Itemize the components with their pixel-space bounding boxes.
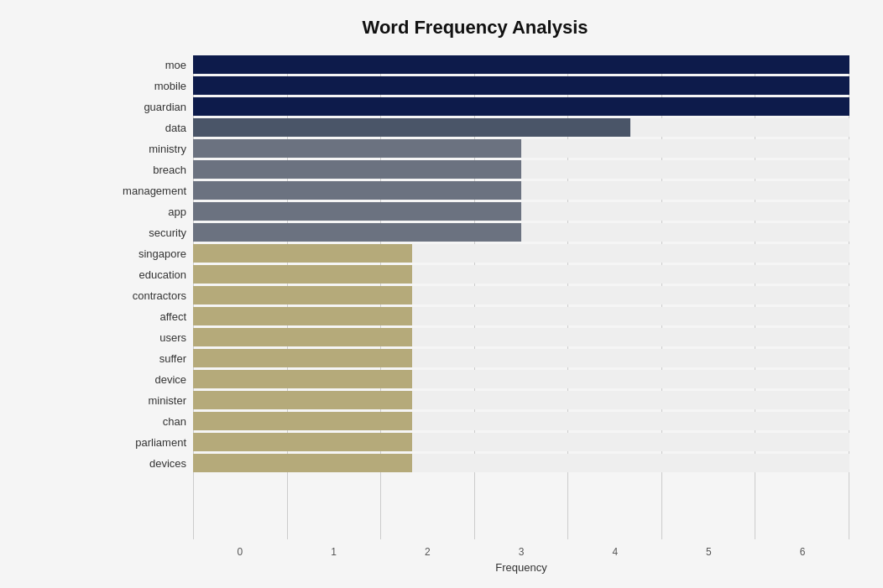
bar-row: users	[101, 328, 849, 346]
bar-track	[193, 55, 849, 74]
bar-row: management	[101, 181, 849, 200]
x-tick: 3	[474, 546, 568, 558]
x-tick: 4	[568, 546, 662, 558]
bar-row: suffer	[101, 349, 849, 367]
bar-fill	[193, 349, 412, 367]
bar-track	[193, 223, 849, 242]
bar-row: data	[101, 118, 849, 137]
bar-fill	[193, 454, 412, 472]
bar-label: devices	[101, 457, 193, 470]
bar-track	[193, 244, 849, 263]
x-axis: 0123456	[101, 546, 849, 558]
x-tick: 2	[380, 546, 474, 558]
bar-fill	[193, 307, 412, 325]
bar-track	[193, 391, 849, 409]
bar-label: guardian	[101, 101, 193, 113]
bar-row: chan	[101, 412, 849, 430]
bar-track	[193, 349, 849, 367]
bar-fill	[193, 97, 849, 116]
x-tick: 6	[755, 546, 849, 558]
x-tick: 1	[287, 546, 381, 558]
bar-row: breach	[101, 160, 849, 179]
bar-row: contractors	[101, 286, 849, 304]
bar-track	[193, 160, 849, 179]
x-axis-label: Frequency	[101, 561, 849, 574]
bar-fill	[193, 76, 849, 95]
bar-fill	[193, 223, 521, 242]
bar-label: users	[101, 331, 193, 344]
x-tick: 0	[193, 546, 287, 558]
bar-label: education	[101, 268, 193, 281]
bars-container: moemobileguardiandataministrybreachmanag…	[101, 55, 849, 472]
bar-fill	[193, 391, 412, 409]
bar-row: moe	[101, 55, 849, 74]
bar-fill	[193, 181, 521, 200]
bar-row: minister	[101, 391, 849, 409]
bar-row: security	[101, 223, 849, 242]
bar-track	[193, 202, 849, 221]
bar-label: minister	[101, 394, 193, 407]
bar-track	[193, 97, 849, 116]
bar-row: device	[101, 370, 849, 388]
bar-row: devices	[101, 454, 849, 472]
bar-label: data	[101, 122, 193, 134]
bar-label: breach	[101, 164, 193, 176]
bar-row: parliament	[101, 433, 849, 451]
bar-track	[193, 433, 849, 451]
bar-fill	[193, 328, 412, 346]
bar-row: affect	[101, 307, 849, 325]
bar-row: guardian	[101, 97, 849, 116]
bar-fill	[193, 412, 412, 430]
bar-label: parliament	[101, 436, 193, 449]
bar-label: moe	[101, 59, 193, 71]
bar-fill	[193, 55, 849, 74]
bar-label: affect	[101, 310, 193, 323]
bar-track	[193, 370, 849, 388]
bar-track	[193, 76, 849, 95]
bar-track	[193, 328, 849, 346]
bar-label: security	[101, 226, 193, 239]
bar-label: management	[101, 185, 193, 197]
x-tick: 5	[662, 546, 756, 558]
bar-row: mobile	[101, 76, 849, 95]
bar-track	[193, 118, 849, 137]
bar-track	[193, 265, 849, 284]
bar-fill	[193, 244, 412, 263]
bar-track	[193, 412, 849, 430]
bar-fill	[193, 139, 521, 158]
bar-fill	[193, 433, 412, 451]
bar-label: mobile	[101, 80, 193, 92]
bar-label: singapore	[101, 247, 193, 260]
chart-title: Word Frequency Analysis	[101, 17, 849, 39]
bar-track	[193, 286, 849, 304]
bar-track	[193, 454, 849, 472]
bar-fill	[193, 202, 521, 221]
bar-label: device	[101, 373, 193, 386]
bar-track	[193, 181, 849, 200]
bar-label: chan	[101, 415, 193, 428]
bar-fill	[193, 160, 521, 179]
chart-container: Word Frequency Analysis moemobileguardia…	[0, 0, 883, 588]
bar-row: education	[101, 265, 849, 284]
bar-label: ministry	[101, 143, 193, 155]
bar-label: suffer	[101, 352, 193, 365]
bar-fill	[193, 370, 412, 388]
bar-row: ministry	[101, 139, 849, 158]
bar-track	[193, 307, 849, 325]
bar-label: app	[101, 206, 193, 218]
bar-fill	[193, 118, 630, 137]
bar-row: singapore	[101, 244, 849, 263]
bar-fill	[193, 286, 412, 304]
bar-fill	[193, 265, 412, 284]
bar-row: app	[101, 202, 849, 221]
bar-label: contractors	[101, 289, 193, 302]
bar-track	[193, 139, 849, 158]
